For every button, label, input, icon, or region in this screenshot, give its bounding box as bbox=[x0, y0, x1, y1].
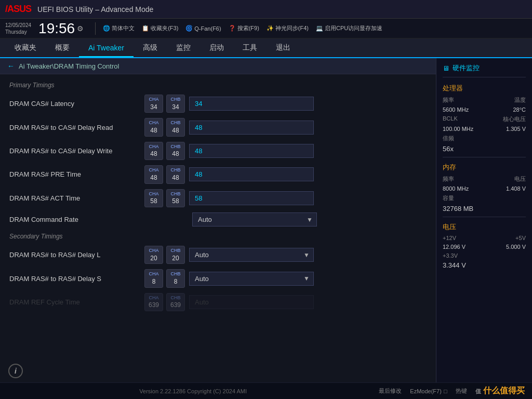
nav-favorites[interactable]: 收藏夹 bbox=[5, 39, 46, 58]
globe-icon: 🌐 bbox=[103, 25, 110, 32]
setting-label-dram-ras-pre: DRAM RAS# PRE Time bbox=[9, 170, 144, 178]
nav-exit[interactable]: 退出 bbox=[267, 39, 300, 58]
value-input-dram-ref-cycle bbox=[189, 295, 314, 309]
favorites-icon: 📋 bbox=[142, 25, 149, 32]
hardware-monitor-panel: 🖥 硬件监控 处理器 频率 温度 5600 MHz 28°C BCLK 核心电压… bbox=[436, 58, 532, 382]
channel-badges-4: CHA 58 CHB 58 bbox=[144, 189, 185, 207]
setting-row-dram-ras-ras-l: DRAM RAS# to RAS# Delay L CHA 20 CHB 20 … bbox=[0, 243, 436, 267]
memory-section-title: 内存 bbox=[443, 163, 526, 172]
nav-advanced[interactable]: 高级 bbox=[134, 39, 167, 58]
setting-row-dram-ras-cas-read: DRAM RAS# to CAS# Delay Read CHA 48 CHB … bbox=[0, 115, 436, 139]
hw-row-freq-temp-val: 5600 MHz 28°C bbox=[443, 107, 526, 113]
bclk-label: BCLK bbox=[443, 115, 458, 123]
setting-label-dram-ras-ras-s: DRAM RAS# to RAS# Delay S bbox=[9, 275, 144, 283]
bclk-value: 100.00 MHz bbox=[443, 126, 473, 132]
mem-voltage-label: 电压 bbox=[514, 175, 526, 183]
33v-label: +3.3V bbox=[443, 252, 458, 259]
divider-1 bbox=[443, 157, 526, 157]
12v-value: 12.096 V bbox=[443, 244, 466, 250]
last-modified-label: 最后修改 bbox=[379, 387, 402, 395]
toolbar-qfan[interactable]: 🌀 Q-Fan(F6) bbox=[185, 25, 221, 32]
toolbar-favorites[interactable]: 📋 收藏夹(F3) bbox=[142, 24, 178, 32]
info-icon: i bbox=[8, 364, 23, 378]
hw-row-multiplier-label: 倍频 bbox=[443, 135, 526, 142]
nav-boot[interactable]: 启动 bbox=[200, 39, 233, 58]
content-area: ← Ai Tweaker\DRAM Timing Control Primary… bbox=[0, 58, 436, 382]
cpu-temp-value: 28°C bbox=[513, 107, 526, 113]
5v-value: 5.000 V bbox=[506, 244, 526, 250]
hw-monitor-title: 🖥 硬件监控 bbox=[443, 63, 526, 77]
toolbar-language[interactable]: 🌐 简体中文 bbox=[103, 24, 135, 32]
cha-badge-0: CHA 34 bbox=[144, 95, 163, 113]
back-arrow[interactable]: ← bbox=[7, 62, 15, 70]
channel-badges-8: CHA 639 CHB 639 bbox=[144, 293, 185, 311]
hw-row-mem-cap-label: 容量 bbox=[443, 194, 526, 202]
multiplier-value: 56x bbox=[443, 145, 526, 153]
chb-badge-0: CHB 34 bbox=[166, 95, 185, 113]
footer-right: 最后修改 EzMode(F7) □ 热键 值 什么值得买 bbox=[379, 385, 525, 396]
setting-label-dram-ras-act: DRAM RAS# ACT Time bbox=[9, 194, 144, 202]
cpu-freq-value: 5600 MHz bbox=[443, 107, 469, 113]
chb-badge-7: CHB 8 bbox=[166, 269, 185, 287]
settings-icon[interactable]: ⚙ bbox=[77, 24, 84, 33]
bios-title: UEFI BIOS Utility – Advanced Mode bbox=[37, 5, 153, 14]
5v-label: +5V bbox=[515, 235, 526, 241]
chb-badge-3: CHB 48 bbox=[166, 165, 185, 183]
hw-row-freq-temp: 频率 温度 bbox=[443, 96, 526, 104]
value-input-dram-ras-cas-read[interactable] bbox=[189, 121, 314, 135]
value-input-dram-ras-pre[interactable] bbox=[189, 167, 314, 181]
dropdown-ras-ras-l[interactable]: Auto bbox=[189, 248, 314, 262]
value-input-dram-ras-act[interactable] bbox=[189, 191, 314, 205]
toolbar-cpu-access[interactable]: 💻 启用CPU访问显存加速 bbox=[316, 24, 382, 32]
chb-badge-8: CHB 639 bbox=[166, 293, 185, 311]
setting-row-dram-ras-pre: DRAM RAS# PRE Time CHA 48 CHB 48 bbox=[0, 163, 436, 186]
setting-row-dram-ras-ras-s: DRAM RAS# to RAS# Delay S CHA 8 CHB 8 Au… bbox=[0, 267, 436, 290]
value-input-dram-ras-cas-write[interactable] bbox=[189, 144, 314, 158]
navigation: 收藏夹 概要 Ai Tweaker 高级 监控 启动 工具 退出 bbox=[0, 38, 532, 58]
cha-badge-1: CHA 48 bbox=[144, 118, 163, 136]
date-text: 12/05/2024Thursday bbox=[5, 22, 31, 35]
cpu-temp-label: 温度 bbox=[514, 96, 526, 104]
setting-label-dram-cas-latency: DRAM CAS# Latency bbox=[9, 100, 144, 108]
mem-capacity-value: 32768 MB bbox=[443, 205, 526, 212]
setting-row-dram-ref-cycle: DRAM REF Cycle Time CHA 639 CHB 639 bbox=[0, 290, 436, 314]
toolbar-search[interactable]: ❓ 搜索(F9) bbox=[229, 24, 259, 32]
core-voltage-label: 核心电压 bbox=[503, 115, 526, 123]
cha-badge-3: CHA 48 bbox=[144, 165, 163, 183]
setting-row-dram-ras-cas-write: DRAM RAS# to CAS# Delay Write CHA 48 CHB… bbox=[0, 139, 436, 163]
nav-summary[interactable]: 概要 bbox=[46, 39, 79, 58]
watermark-text: 值 什么值得买 bbox=[475, 385, 525, 396]
nav-monitor[interactable]: 监控 bbox=[167, 39, 200, 58]
setting-label-dram-command-rate: DRAM Command Rate bbox=[9, 216, 144, 223]
toolbar-aura[interactable]: ✨ 神光同步(F4) bbox=[267, 24, 309, 32]
channel-badges-7: CHA 8 CHB 8 bbox=[144, 269, 185, 287]
cpu-freq-label: 频率 bbox=[443, 96, 454, 104]
dropdown-command-rate[interactable]: Auto 1N 2N 3N bbox=[192, 212, 317, 227]
cha-badge-7: CHA 8 bbox=[144, 269, 163, 287]
asus-logo: /ASUS bbox=[5, 4, 31, 15]
dropdown-ras-ras-s[interactable]: Auto bbox=[189, 272, 314, 286]
fan-icon: 🌀 bbox=[185, 25, 193, 32]
footer: Version 2.22.1286 Copyright (C) 2024 AMI… bbox=[0, 382, 532, 399]
mem-voltage-value: 1.408 V bbox=[506, 185, 526, 192]
dropdown-wrap-ras-ras-s: Auto ▼ bbox=[189, 272, 314, 286]
channel-badges-1: CHA 48 CHB 48 bbox=[144, 118, 185, 136]
channel-badges-2: CHA 48 CHB 48 bbox=[144, 142, 185, 160]
core-voltage-value: 1.305 V bbox=[506, 126, 526, 132]
setting-row-dram-cas-latency: DRAM CAS# Latency CHA 34 CHB 34 bbox=[0, 92, 436, 115]
setting-label-dram-ras-ras-l: DRAM RAS# to RAS# Delay L bbox=[9, 251, 144, 259]
primary-timings-label: Primary Timings bbox=[0, 78, 436, 92]
value-input-dram-cas-latency[interactable] bbox=[189, 97, 314, 111]
hw-row-bclk-val: 100.00 MHz 1.305 V bbox=[443, 126, 526, 132]
channel-badges-0: CHA 34 CHB 34 bbox=[144, 95, 185, 113]
header: /ASUS UEFI BIOS Utility – Advanced Mode bbox=[0, 0, 532, 19]
cha-badge-4: CHA 58 bbox=[144, 189, 163, 207]
nav-tools[interactable]: 工具 bbox=[233, 39, 267, 58]
ezmode-button[interactable]: EzMode(F7) □ bbox=[410, 388, 447, 394]
timebar: 12/05/2024Thursday 19:56 ⚙ 🌐 简体中文 📋 收藏夹(… bbox=[0, 19, 532, 38]
nav-ai-tweaker[interactable]: Ai Tweaker bbox=[79, 39, 134, 57]
hotkey-label: 热键 bbox=[456, 387, 467, 395]
chb-badge-1: CHB 48 bbox=[166, 118, 185, 136]
setting-label-dram-ras-cas-read: DRAM RAS# to CAS# Delay Read bbox=[9, 124, 144, 131]
mem-freq-label: 频率 bbox=[443, 175, 454, 183]
